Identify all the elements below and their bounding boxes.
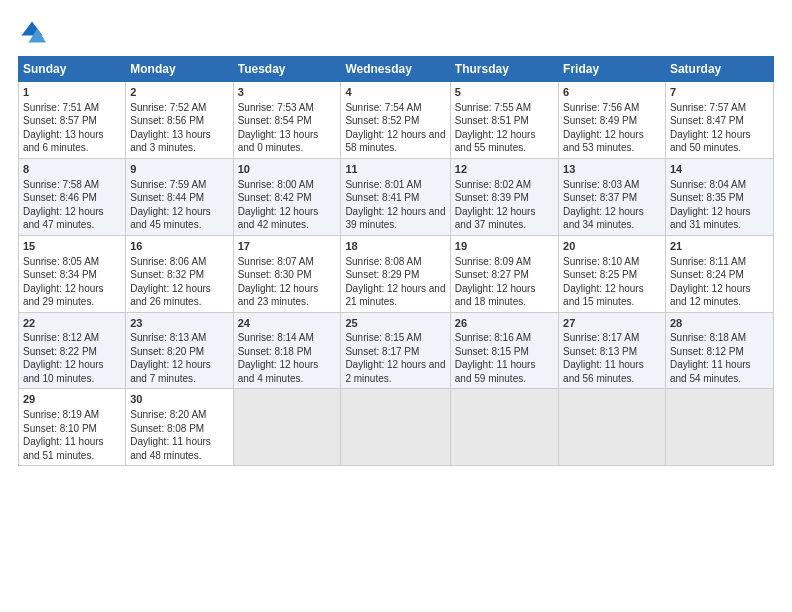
calendar-cell: 10Sunrise: 8:00 AMSunset: 8:42 PMDayligh… <box>233 158 341 235</box>
cell-day-number: 13 <box>563 162 661 177</box>
col-header-saturday: Saturday <box>665 57 773 82</box>
calendar-cell: 24Sunrise: 8:14 AMSunset: 8:18 PMDayligh… <box>233 312 341 389</box>
cell-sunset: Sunset: 8:47 PM <box>670 115 744 126</box>
cell-sunset: Sunset: 8:49 PM <box>563 115 637 126</box>
cell-sunset: Sunset: 8:42 PM <box>238 192 312 203</box>
cell-sunset: Sunset: 8:54 PM <box>238 115 312 126</box>
cell-daylight: Daylight: 12 hours and 42 minutes. <box>238 206 319 231</box>
cell-sunset: Sunset: 8:46 PM <box>23 192 97 203</box>
cell-daylight: Daylight: 11 hours and 48 minutes. <box>130 436 211 461</box>
cell-sunset: Sunset: 8:25 PM <box>563 269 637 280</box>
cell-sunrise: Sunrise: 8:17 AM <box>563 332 639 343</box>
cell-daylight: Daylight: 12 hours and 39 minutes. <box>345 206 445 231</box>
cell-day-number: 5 <box>455 85 554 100</box>
cell-sunrise: Sunrise: 7:57 AM <box>670 102 746 113</box>
cell-day-number: 30 <box>130 392 228 407</box>
cell-daylight: Daylight: 12 hours and 47 minutes. <box>23 206 104 231</box>
page: SundayMondayTuesdayWednesdayThursdayFrid… <box>0 0 792 612</box>
header-row: SundayMondayTuesdayWednesdayThursdayFrid… <box>19 57 774 82</box>
cell-sunrise: Sunrise: 8:10 AM <box>563 256 639 267</box>
cell-sunrise: Sunrise: 7:55 AM <box>455 102 531 113</box>
cell-day-number: 12 <box>455 162 554 177</box>
cell-daylight: Daylight: 11 hours and 54 minutes. <box>670 359 751 384</box>
week-row-4: 22Sunrise: 8:12 AMSunset: 8:22 PMDayligh… <box>19 312 774 389</box>
cell-day-number: 6 <box>563 85 661 100</box>
cell-day-number: 10 <box>238 162 337 177</box>
cell-sunset: Sunset: 8:27 PM <box>455 269 529 280</box>
cell-sunrise: Sunrise: 8:20 AM <box>130 409 206 420</box>
cell-daylight: Daylight: 12 hours and 7 minutes. <box>130 359 211 384</box>
cell-daylight: Daylight: 12 hours and 37 minutes. <box>455 206 536 231</box>
cell-day-number: 9 <box>130 162 228 177</box>
calendar-cell: 1Sunrise: 7:51 AMSunset: 8:57 PMDaylight… <box>19 82 126 159</box>
calendar-cell: 19Sunrise: 8:09 AMSunset: 8:27 PMDayligh… <box>450 235 558 312</box>
cell-day-number: 14 <box>670 162 769 177</box>
calendar-cell: 2Sunrise: 7:52 AMSunset: 8:56 PMDaylight… <box>126 82 233 159</box>
cell-day-number: 23 <box>130 316 228 331</box>
cell-sunset: Sunset: 8:18 PM <box>238 346 312 357</box>
cell-sunset: Sunset: 8:08 PM <box>130 423 204 434</box>
calendar-cell: 3Sunrise: 7:53 AMSunset: 8:54 PMDaylight… <box>233 82 341 159</box>
calendar-cell: 18Sunrise: 8:08 AMSunset: 8:29 PMDayligh… <box>341 235 450 312</box>
cell-sunrise: Sunrise: 8:00 AM <box>238 179 314 190</box>
cell-daylight: Daylight: 11 hours and 51 minutes. <box>23 436 104 461</box>
calendar-cell: 21Sunrise: 8:11 AMSunset: 8:24 PMDayligh… <box>665 235 773 312</box>
week-row-2: 8Sunrise: 7:58 AMSunset: 8:46 PMDaylight… <box>19 158 774 235</box>
calendar-cell: 15Sunrise: 8:05 AMSunset: 8:34 PMDayligh… <box>19 235 126 312</box>
cell-daylight: Daylight: 12 hours and 10 minutes. <box>23 359 104 384</box>
cell-day-number: 11 <box>345 162 445 177</box>
cell-sunset: Sunset: 8:24 PM <box>670 269 744 280</box>
cell-sunset: Sunset: 8:51 PM <box>455 115 529 126</box>
cell-sunset: Sunset: 8:39 PM <box>455 192 529 203</box>
calendar-cell <box>665 389 773 466</box>
calendar-cell: 8Sunrise: 7:58 AMSunset: 8:46 PMDaylight… <box>19 158 126 235</box>
cell-daylight: Daylight: 12 hours and 29 minutes. <box>23 283 104 308</box>
cell-day-number: 16 <box>130 239 228 254</box>
cell-sunset: Sunset: 8:41 PM <box>345 192 419 203</box>
calendar-cell: 25Sunrise: 8:15 AMSunset: 8:17 PMDayligh… <box>341 312 450 389</box>
cell-sunrise: Sunrise: 7:54 AM <box>345 102 421 113</box>
calendar-cell: 20Sunrise: 8:10 AMSunset: 8:25 PMDayligh… <box>559 235 666 312</box>
logo <box>18 18 50 46</box>
cell-daylight: Daylight: 12 hours and 34 minutes. <box>563 206 644 231</box>
cell-day-number: 29 <box>23 392 121 407</box>
week-row-1: 1Sunrise: 7:51 AMSunset: 8:57 PMDaylight… <box>19 82 774 159</box>
cell-sunrise: Sunrise: 8:07 AM <box>238 256 314 267</box>
cell-day-number: 1 <box>23 85 121 100</box>
cell-daylight: Daylight: 12 hours and 4 minutes. <box>238 359 319 384</box>
cell-sunrise: Sunrise: 8:05 AM <box>23 256 99 267</box>
cell-daylight: Daylight: 12 hours and 26 minutes. <box>130 283 211 308</box>
cell-sunset: Sunset: 8:30 PM <box>238 269 312 280</box>
calendar-cell: 23Sunrise: 8:13 AMSunset: 8:20 PMDayligh… <box>126 312 233 389</box>
calendar-cell: 12Sunrise: 8:02 AMSunset: 8:39 PMDayligh… <box>450 158 558 235</box>
cell-sunrise: Sunrise: 7:59 AM <box>130 179 206 190</box>
calendar-cell: 9Sunrise: 7:59 AMSunset: 8:44 PMDaylight… <box>126 158 233 235</box>
cell-day-number: 24 <box>238 316 337 331</box>
cell-sunset: Sunset: 8:44 PM <box>130 192 204 203</box>
cell-sunrise: Sunrise: 7:52 AM <box>130 102 206 113</box>
cell-daylight: Daylight: 12 hours and 12 minutes. <box>670 283 751 308</box>
cell-day-number: 4 <box>345 85 445 100</box>
cell-daylight: Daylight: 12 hours and 55 minutes. <box>455 129 536 154</box>
cell-sunset: Sunset: 8:20 PM <box>130 346 204 357</box>
cell-day-number: 8 <box>23 162 121 177</box>
cell-sunset: Sunset: 8:56 PM <box>130 115 204 126</box>
calendar-cell: 5Sunrise: 7:55 AMSunset: 8:51 PMDaylight… <box>450 82 558 159</box>
cell-sunrise: Sunrise: 7:53 AM <box>238 102 314 113</box>
cell-day-number: 25 <box>345 316 445 331</box>
calendar-cell <box>559 389 666 466</box>
calendar-cell <box>450 389 558 466</box>
cell-day-number: 20 <box>563 239 661 254</box>
cell-sunrise: Sunrise: 8:09 AM <box>455 256 531 267</box>
col-header-sunday: Sunday <box>19 57 126 82</box>
calendar-cell <box>233 389 341 466</box>
cell-sunrise: Sunrise: 8:03 AM <box>563 179 639 190</box>
cell-day-number: 19 <box>455 239 554 254</box>
cell-daylight: Daylight: 12 hours and 31 minutes. <box>670 206 751 231</box>
cell-day-number: 7 <box>670 85 769 100</box>
cell-day-number: 27 <box>563 316 661 331</box>
cell-sunrise: Sunrise: 8:13 AM <box>130 332 206 343</box>
cell-sunrise: Sunrise: 8:08 AM <box>345 256 421 267</box>
cell-daylight: Daylight: 12 hours and 45 minutes. <box>130 206 211 231</box>
cell-daylight: Daylight: 11 hours and 59 minutes. <box>455 359 536 384</box>
